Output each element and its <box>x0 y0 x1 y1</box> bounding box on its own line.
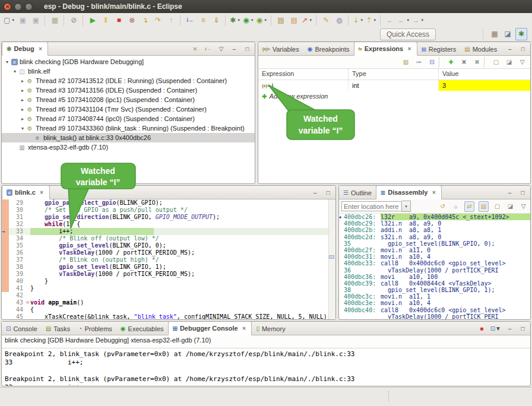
code-editor[interactable]: 29 gpio_pad_select_gpio(BLINK_GPIO);30 /… <box>2 199 335 320</box>
view-menu-icon[interactable]: ▽ <box>518 58 527 67</box>
pin-view-icon[interactable]: ◪ <box>505 58 514 67</box>
format-brush-icon[interactable]: ✎ <box>321 15 331 26</box>
annotation-gutter[interactable] <box>2 207 9 214</box>
step-return-icon[interactable]: ↑ <box>166 15 176 26</box>
skip-all-breakpoints-icon[interactable]: ⊘ <box>68 15 79 26</box>
close-tab-icon[interactable]: ✕ <box>406 46 413 52</box>
debug-tree-item[interactable]: ≡blink_task() at blink.c:33 0x400dbc26 <box>2 133 255 142</box>
annotation-gutter[interactable] <box>2 271 9 278</box>
open-folder-icon[interactable]: ▤ <box>289 15 299 26</box>
forward-icon[interactable]: →▼ <box>412 15 424 26</box>
annotation-gutter[interactable] <box>2 199 9 207</box>
show-logical-structure-icon[interactable]: ≔ <box>414 58 423 67</box>
add-new-expression-row[interactable]: ✚Add new expression <box>258 91 530 102</box>
debug-tree-item[interactable]: ▾⚙Thread #9 1073433360 (blink_task : Run… <box>2 123 255 133</box>
launch-flash-icon[interactable]: ↗▼ <box>302 15 312 26</box>
run-icon[interactable]: ◉▼ <box>243 15 254 26</box>
remove-all-terminated-icon[interactable]: ✕ <box>191 44 200 53</box>
view-menu-icon[interactable]: ▽ <box>217 44 226 53</box>
open-perspective-button[interactable]: ▦ <box>489 28 500 40</box>
debug-launch-tree[interactable]: ▾cblink checking [GDB Hardware Debugging… <box>2 56 255 152</box>
minimize-icon[interactable]: – <box>505 44 514 53</box>
window-minimize-button[interactable] <box>14 3 22 11</box>
dropdown-arrow-icon[interactable]: ▼ <box>360 18 363 22</box>
previous-annotation-icon[interactable]: ⇡▼ <box>366 15 376 26</box>
add-expression-icon[interactable]: ✚ <box>262 93 267 100</box>
disassembly-listing[interactable]: ◆400dbc26:l32ra9, 0x400d045c <_stext+109… <box>339 214 530 320</box>
close-tab-icon[interactable]: ✕ <box>39 189 45 196</box>
new-view-icon[interactable]: ▢ <box>492 58 501 67</box>
maximize-icon[interactable]: □ <box>243 44 252 53</box>
instruction-stepping-icon[interactable]: i→ <box>185 15 195 26</box>
minimize-icon[interactable]: – <box>230 44 239 53</box>
annotation-gutter[interactable] <box>2 249 9 256</box>
tab-debugger-console[interactable]: ⊞Debugger Console✕ <box>168 321 252 335</box>
dropdown-arrow-icon[interactable]: ▼ <box>406 18 410 22</box>
collapse-arrow-icon[interactable]: ▾ <box>4 59 10 65</box>
sync-with-active-context-icon[interactable]: ⇄ <box>464 201 474 212</box>
column-header-expression[interactable]: Expression <box>258 69 349 80</box>
last-edit-location-icon[interactable]: ← <box>385 15 395 26</box>
save-icon[interactable]: ▣ <box>17 15 28 26</box>
tab-executables[interactable]: ◉Executables <box>116 322 168 335</box>
resume-icon[interactable]: ▶ <box>87 15 98 26</box>
new-wizard-icon[interactable]: ▢▼ <box>4 15 15 26</box>
suspend-icon[interactable]: ‖ <box>100 15 111 26</box>
collapse-arrow-icon[interactable]: ▾ <box>12 69 18 74</box>
location-input[interactable] <box>341 201 402 211</box>
dropdown-arrow-icon[interactable]: ▼ <box>237 18 240 22</box>
annotation-gutter[interactable] <box>2 221 9 228</box>
instruction-stepping-mode-icon[interactable]: i→ <box>204 44 213 53</box>
next-annotation-icon[interactable]: ⇣▼ <box>353 15 363 26</box>
overview-ruler[interactable] <box>328 199 335 320</box>
remove-selected-expressions-icon[interactable]: ✖ <box>460 58 468 67</box>
build-icon[interactable]: ▦ <box>49 15 60 26</box>
column-header-type[interactable]: Type <box>349 69 439 80</box>
debug-icon[interactable]: ✱▼ <box>230 15 240 26</box>
home-icon[interactable]: ⌂ <box>451 202 460 211</box>
step-over-icon[interactable]: ↷ <box>153 15 163 26</box>
close-tab-icon[interactable]: ✕ <box>37 46 44 52</box>
debug-tree-item[interactable]: ▾◫blink.elf <box>2 66 255 76</box>
pin-view-icon[interactable]: ◪ <box>506 202 515 211</box>
annotation-gutter[interactable] <box>2 214 9 221</box>
annotation-gutter[interactable] <box>2 306 9 313</box>
column-header-value[interactable]: Value <box>439 69 530 80</box>
annotation-gutter[interactable] <box>2 292 9 299</box>
debug-tree-item[interactable]: ▸⚙Thread #6 1073431104 (Tmr Svc) (Suspen… <box>2 104 255 114</box>
back-icon[interactable]: ←▼ <box>398 15 410 26</box>
display-selected-console-icon[interactable]: ⊡▼ <box>490 323 501 333</box>
open-project-icon[interactable]: ▤ <box>276 15 286 26</box>
terminate-console-icon[interactable]: ■ <box>477 323 486 333</box>
annotation-gutter[interactable] <box>2 278 9 285</box>
tab-blink-c[interactable]: cblink.c✕ <box>2 185 50 199</box>
drop-to-frame-icon[interactable]: ⇓ <box>211 15 221 26</box>
external-tools-icon[interactable]: ◉▼ <box>256 15 267 26</box>
tab-modules[interactable]: ▤Modules <box>460 43 501 55</box>
cpp-perspective-button[interactable]: ◪ <box>502 28 513 40</box>
expand-arrow-icon[interactable]: ▸ <box>20 107 26 112</box>
maximize-icon[interactable]: □ <box>518 323 527 333</box>
window-maximize-button[interactable] <box>25 3 33 11</box>
tab-console[interactable]: ⊡Console <box>2 322 42 335</box>
tab-problems[interactable]: ◔Problems <box>74 322 116 335</box>
expand-arrow-icon[interactable]: ▸ <box>20 97 26 103</box>
annotation-gutter[interactable] <box>2 242 9 249</box>
maximize-icon[interactable]: □ <box>518 44 527 53</box>
show-source-icon[interactable]: ▤ <box>479 201 489 212</box>
dropdown-arrow-icon[interactable]: ▼ <box>373 18 376 22</box>
close-tab-icon[interactable]: ✕ <box>241 325 248 332</box>
expand-arrow-icon[interactable]: ▸ <box>20 88 26 93</box>
dropdown-arrow-icon[interactable]: ▼ <box>11 18 15 22</box>
disconnect-icon[interactable]: ⊗ <box>126 15 137 26</box>
use-step-filters-icon[interactable]: ≡ <box>198 15 208 26</box>
console-output[interactable]: Breakpoint 2, blink_task (pvParameter=0x… <box>2 348 530 386</box>
terminate-icon[interactable]: ■ <box>113 15 124 26</box>
annotation-gutter[interactable] <box>2 299 9 306</box>
save-all-icon[interactable]: ▣ <box>30 15 41 26</box>
minimize-icon[interactable]: – <box>311 188 319 197</box>
annotation-gutter[interactable] <box>2 313 9 320</box>
tab-disassembly[interactable]: ≣Disassembly✕ <box>376 185 442 199</box>
collapse-all-icon[interactable]: ⊟ <box>428 58 436 67</box>
debug-tree-item[interactable]: ▸⚙Thread #2 1073413512 (IDLE : Running) … <box>2 76 255 85</box>
